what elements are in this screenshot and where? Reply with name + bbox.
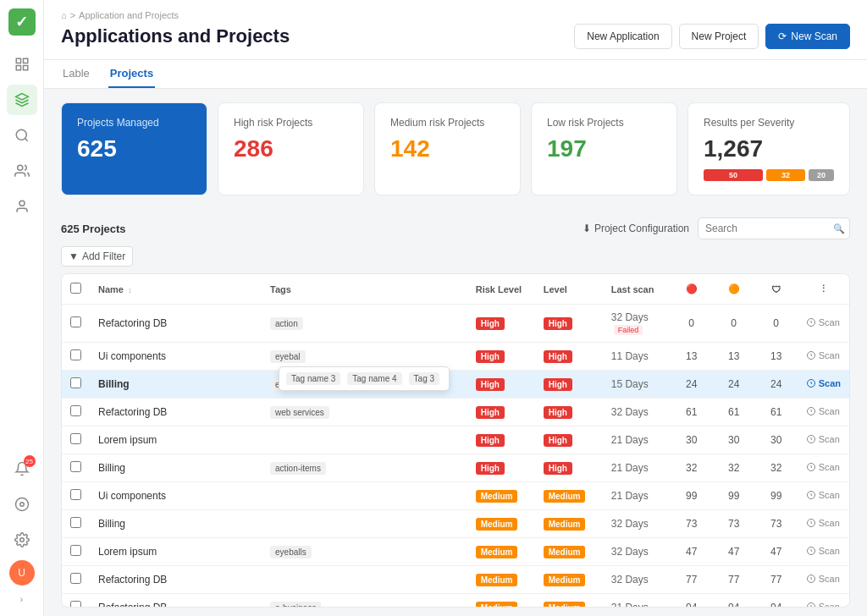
col-level: Level xyxy=(535,274,603,305)
breadcrumb-current: Application and Projects xyxy=(79,10,179,20)
row-checkbox[interactable] xyxy=(70,316,81,327)
sidebar-item-layers[interactable] xyxy=(7,85,37,115)
row-name: Billing xyxy=(90,454,262,482)
scan-button[interactable]: Scan xyxy=(806,546,840,556)
user-avatar[interactable]: U xyxy=(9,560,35,586)
add-filter-button[interactable]: ▼ Add Filter xyxy=(61,246,133,267)
sidebar-item-settings[interactable] xyxy=(7,525,37,555)
sidebar-item-dashboard[interactable] xyxy=(7,49,37,80)
tab-projects[interactable]: Projects xyxy=(108,60,155,88)
main-content: ⌂ > Application and Projects Application… xyxy=(44,0,867,616)
level-badge: Medium xyxy=(544,602,586,608)
stat-medium-risk: Medium risk Projects 142 xyxy=(374,102,521,195)
row-checkbox[interactable] xyxy=(70,517,81,528)
row-name: Refactoring DB xyxy=(90,305,262,343)
stat-medium-risk-value: 142 xyxy=(390,135,505,162)
stat-managed-value: 625 xyxy=(77,135,191,162)
svg-point-8 xyxy=(19,201,25,206)
sidebar: ✓ 25 U › xyxy=(0,0,44,616)
row-checkbox[interactable] xyxy=(70,433,81,444)
scan-button[interactable]: Scan xyxy=(806,518,840,528)
row-level: High xyxy=(535,454,603,482)
risk-badge: Medium xyxy=(476,490,518,503)
table-section: 625 Projects ⬇ Project Configuration ▼ A… xyxy=(44,209,867,616)
row-level: Medium xyxy=(535,510,603,538)
sidebar-item-search[interactable] xyxy=(7,120,37,151)
app-logo[interactable]: ✓ xyxy=(8,8,36,36)
scan-icon: ⟳ xyxy=(778,30,787,42)
row-checkbox[interactable] xyxy=(70,489,81,500)
sidebar-item-users[interactable] xyxy=(7,156,37,186)
row-name: Refactoring DB xyxy=(90,399,262,426)
sidebar-expand[interactable]: › xyxy=(7,591,37,608)
sidebar-item-settings-circle[interactable] xyxy=(7,489,37,520)
filter-icon: ▼ xyxy=(69,250,79,262)
scan-icon xyxy=(806,602,816,608)
row-risk: Medium xyxy=(467,482,535,510)
col-risk: Risk Level xyxy=(467,274,535,305)
scan-button[interactable]: Scan xyxy=(806,378,841,388)
scan-button[interactable]: Scan xyxy=(806,350,840,360)
svg-rect-0 xyxy=(16,58,20,63)
row-checkbox[interactable] xyxy=(70,461,81,472)
tag-chip: web services xyxy=(270,406,329,419)
row-c1: 30 xyxy=(671,426,713,454)
row-scan-action: Scan xyxy=(798,594,849,608)
row-checkbox-cell xyxy=(62,305,90,343)
new-scan-button[interactable]: ⟳ New Scan xyxy=(765,24,850,49)
row-scan-action: Scan xyxy=(798,399,849,426)
row-c2: 13 xyxy=(713,343,755,371)
row-name: Billing xyxy=(90,510,262,538)
row-tags: e-commerceLorem+3 Tag name 3 Tag name 4 … xyxy=(262,371,467,399)
row-checkbox[interactable] xyxy=(70,573,81,584)
row-scan-action: Scan xyxy=(798,566,849,594)
severity-bars: 50 32 20 xyxy=(704,169,834,181)
tag-chip: Tag name 3 xyxy=(286,372,340,385)
scan-button[interactable]: Scan xyxy=(806,406,840,416)
row-scan-action: Scan xyxy=(798,305,849,343)
row-checkbox[interactable] xyxy=(70,601,81,608)
table-row: Lorem ipsumHighHigh21 Days303030 Scan xyxy=(62,426,849,454)
row-checkbox[interactable] xyxy=(70,405,81,416)
row-c3: 77 xyxy=(755,566,798,594)
scan-button[interactable]: Scan xyxy=(806,317,840,327)
stat-medium-risk-label: Medium risk Projects xyxy=(390,117,505,129)
scan-button[interactable]: Scan xyxy=(806,602,840,608)
level-badge: High xyxy=(544,378,572,391)
row-level: High xyxy=(535,399,603,426)
row-last-scan: 32 Days xyxy=(603,538,671,566)
row-c3: 61 xyxy=(755,399,798,426)
new-project-button[interactable]: New Project xyxy=(679,24,759,49)
sidebar-item-bell[interactable]: 25 xyxy=(7,454,37,484)
row-checkbox[interactable] xyxy=(70,545,81,556)
row-last-scan: 32 Days xyxy=(603,510,671,538)
search-input[interactable] xyxy=(698,217,850,239)
row-last-scan: 32 Days xyxy=(603,566,671,594)
new-application-button[interactable]: New Application xyxy=(574,24,671,49)
row-c3: 47 xyxy=(755,538,798,566)
tag-chip: action xyxy=(270,317,303,330)
row-checkbox[interactable] xyxy=(70,349,81,360)
scan-button[interactable]: Scan xyxy=(806,434,840,444)
scan-icon xyxy=(806,317,816,327)
sidebar-item-person[interactable] xyxy=(7,191,37,222)
select-all-checkbox[interactable] xyxy=(70,283,81,294)
row-checkbox[interactable] xyxy=(70,377,81,388)
svg-rect-3 xyxy=(23,66,27,70)
sort-icon: ↕ xyxy=(128,286,132,294)
scan-button[interactable]: Scan xyxy=(806,462,840,472)
level-badge: High xyxy=(544,317,572,330)
tag-chip: e-business xyxy=(270,602,321,608)
col-name[interactable]: Name ↕ xyxy=(90,274,262,305)
row-level: High xyxy=(535,371,603,399)
table-row: Ui componentsMediumMedium21 Days999999 S… xyxy=(62,482,849,510)
scan-icon xyxy=(806,378,816,388)
scan-button[interactable]: Scan xyxy=(806,574,840,584)
tab-lable[interactable]: Lable xyxy=(61,60,91,88)
breadcrumb-home-icon: ⌂ xyxy=(61,10,67,20)
scan-button[interactable]: Scan xyxy=(806,490,840,500)
stat-low-risk-label: Low risk Projects xyxy=(547,117,661,129)
level-badge: High xyxy=(544,406,572,419)
project-config-button[interactable]: ⬇ Project Configuration xyxy=(583,223,689,234)
row-last-scan: 21 Days xyxy=(603,482,671,510)
